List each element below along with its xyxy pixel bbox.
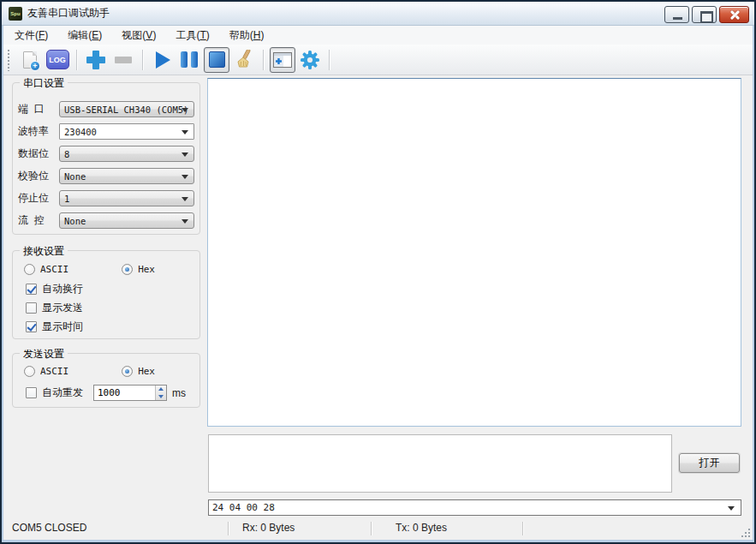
receive-hex-label: Hex (138, 264, 155, 275)
window-title: 友善串口调试助手 (27, 6, 110, 21)
databits-label: 数据位 (18, 146, 59, 161)
baudrate-value: 230400 (64, 127, 97, 137)
send-ascii-radio[interactable] (24, 366, 35, 377)
send-settings-title: 发送设置 (20, 347, 68, 362)
app-icon: Spu (9, 7, 22, 21)
port-label: 端 口 (18, 102, 59, 117)
pause-icon (181, 51, 198, 68)
toolbar-grip[interactable] (7, 49, 11, 71)
broom-icon (234, 50, 254, 70)
menu-edit-label: 编辑( (68, 29, 92, 41)
send-history-combobox[interactable]: 24 04 00 28 (208, 499, 741, 516)
databits-select[interactable]: 8 (59, 146, 194, 162)
resize-grip[interactable] (739, 526, 751, 538)
port-status-text: COM5 CLOSED (12, 522, 86, 534)
toolbar-separator (142, 50, 143, 70)
toolbar: + LOG (3, 45, 753, 75)
menu-file-post: ) (45, 29, 48, 41)
menu-help[interactable]: 帮助(H) (222, 26, 272, 45)
tx-bytes-text: Tx: 0 Bytes (396, 522, 447, 534)
auto-resend-label: 自动重发 (42, 386, 83, 400)
menu-edit[interactable]: 编辑(E) (60, 26, 110, 45)
maximize-button[interactable] (692, 6, 717, 23)
menu-tools-key: T (199, 29, 205, 41)
show-send-checkbox[interactable] (26, 302, 37, 314)
menu-help-post: ) (260, 29, 264, 41)
menu-tools-label: 工具( (176, 29, 199, 41)
show-send-label: 显示发送 (42, 301, 83, 315)
close-button[interactable] (719, 6, 749, 23)
minimize-button[interactable] (664, 6, 689, 23)
baudrate-label: 波特率 (18, 124, 59, 139)
receive-settings-title: 接收设置 (20, 244, 68, 259)
send-input[interactable] (208, 434, 672, 493)
toolbar-separator (76, 50, 77, 70)
menu-tools-post: ) (206, 29, 210, 41)
resend-interval-stepper (93, 385, 167, 401)
start-button[interactable] (149, 47, 175, 73)
flowcontrol-label: 流 控 (18, 213, 59, 228)
panel-toggle-icon (273, 52, 292, 68)
auto-newline-checkbox[interactable] (26, 284, 37, 295)
add-icon (86, 51, 105, 69)
status-separator (522, 522, 523, 535)
status-bar: COM5 CLOSED Rx: 0 Bytes Tx: 0 Bytes (3, 517, 753, 540)
gear-icon (301, 51, 319, 69)
menu-tools[interactable]: 工具(T) (168, 26, 217, 45)
receive-ascii-radio[interactable] (24, 264, 35, 275)
app-window: Spu 友善串口调试助手 文件(F) 编辑(E) 视图(V) 工具(T) 帮助(… (0, 0, 756, 544)
receive-hex-radio[interactable] (122, 264, 133, 275)
pause-button[interactable] (176, 47, 202, 73)
menu-view-post: ) (152, 29, 156, 41)
receive-ascii-label: ASCII (40, 264, 68, 275)
parity-value: None (64, 171, 86, 182)
show-time-checkbox[interactable] (26, 321, 37, 332)
baudrate-select[interactable]: 230400 (59, 123, 194, 140)
send-hex-radio[interactable] (122, 366, 133, 377)
menu-view-label: 视图( (122, 29, 146, 41)
add-button[interactable] (83, 47, 109, 73)
show-time-label: 显示时间 (42, 320, 83, 334)
new-log-file-button[interactable]: + (17, 47, 43, 73)
spin-down-icon[interactable] (158, 395, 164, 398)
toolbar-separator (263, 50, 264, 70)
menu-help-label: 帮助( (229, 29, 253, 41)
status-separator (228, 522, 229, 535)
title-bar: Spu 友善串口调试助手 (2, 2, 754, 26)
menu-bar: 文件(F) 编辑(E) 视图(V) 工具(T) 帮助(H) (3, 26, 753, 45)
flowcontrol-select[interactable]: None (59, 212, 194, 229)
log-button[interactable]: LOG (45, 47, 70, 73)
settings-button[interactable] (297, 47, 323, 73)
flowcontrol-value: None (64, 216, 86, 226)
receive-display[interactable] (207, 78, 741, 427)
stop-button[interactable] (204, 47, 229, 73)
menu-edit-post: ) (98, 29, 102, 41)
send-ascii-label: ASCII (40, 366, 68, 377)
menu-view[interactable]: 视图(V) (114, 26, 164, 45)
send-history-value: 24 04 00 28 (212, 502, 275, 513)
stop-icon (209, 51, 225, 68)
stopbits-label: 停止位 (18, 191, 59, 206)
panel-toggle-button[interactable] (270, 47, 295, 73)
clear-button[interactable] (231, 47, 257, 73)
send-settings-group: 发送设置 ASCII Hex 自动重发 ms (12, 353, 200, 408)
auto-resend-checkbox[interactable] (26, 387, 37, 398)
interval-unit-label: ms (172, 387, 186, 399)
menu-file-label: 文件( (15, 29, 39, 41)
open-port-button[interactable]: 打开 (679, 453, 740, 473)
auto-newline-label: 自动换行 (42, 282, 83, 296)
spin-up-icon[interactable] (158, 387, 164, 391)
databits-value: 8 (64, 149, 69, 159)
stopbits-select[interactable]: 1 (59, 190, 194, 206)
toolbar-separator (329, 50, 330, 70)
port-select[interactable]: USB-SERIAL CH340 (COM5) (59, 101, 194, 117)
stopbits-value: 1 (64, 194, 69, 204)
remove-button[interactable] (110, 47, 136, 73)
menu-file[interactable]: 文件(F) (7, 26, 56, 45)
new-log-file-icon: + (23, 51, 37, 69)
receive-settings-group: 接收设置 ASCII Hex 自动换行 显示发送 显示时间 (12, 250, 200, 339)
rx-bytes-text: Rx: 0 Bytes (242, 522, 295, 534)
parity-select[interactable]: None (59, 168, 194, 184)
port-value: USB-SERIAL CH340 (COM5) (64, 105, 188, 115)
serial-settings-title: 串口设置 (20, 76, 68, 91)
